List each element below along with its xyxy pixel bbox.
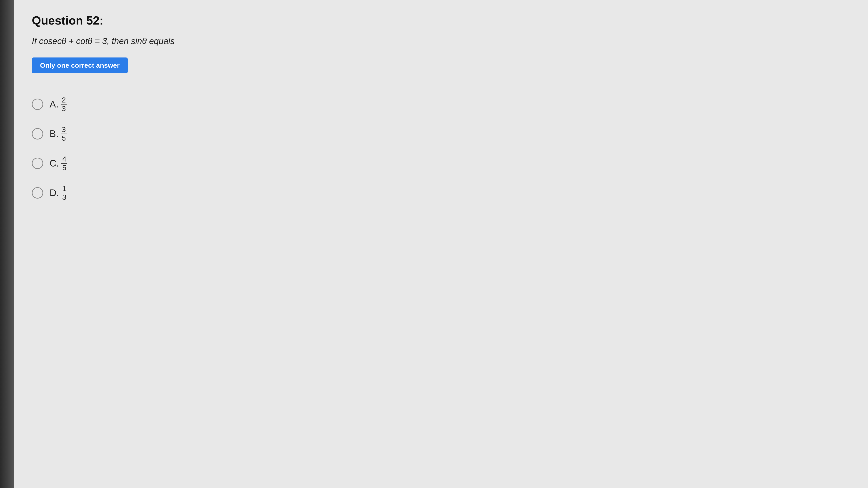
- question-title: Question 52:: [32, 13, 850, 27]
- fraction-denominator: 3: [61, 104, 67, 112]
- radio-a[interactable]: [32, 99, 43, 110]
- option-letter: A.: [50, 99, 59, 110]
- option-item-c[interactable]: C.45: [32, 155, 850, 171]
- left-bar: [0, 0, 13, 488]
- fraction-numerator: 1: [61, 185, 67, 193]
- option-fraction: 23: [61, 96, 67, 112]
- option-letter: D.: [50, 188, 59, 198]
- main-content: Question 52: If cosecθ + cotθ = 3, then …: [13, 0, 868, 488]
- option-fraction: 35: [61, 126, 67, 142]
- fraction-denominator: 5: [61, 134, 67, 142]
- question-text: If cosecθ + cotθ = 3, then sinθ equals: [32, 36, 850, 46]
- radio-b[interactable]: [32, 128, 43, 139]
- option-item-d[interactable]: D.13: [32, 185, 850, 201]
- option-label-d: D.13: [50, 185, 67, 201]
- fraction-denominator: 5: [61, 164, 67, 171]
- fraction-numerator: 2: [61, 96, 67, 104]
- radio-d[interactable]: [32, 187, 43, 199]
- option-label-a: A.23: [50, 96, 67, 112]
- radio-c[interactable]: [32, 158, 43, 169]
- option-item-a[interactable]: A.23: [32, 96, 850, 112]
- option-label-c: C.45: [50, 155, 67, 171]
- only-one-correct-badge: Only one correct answer: [32, 58, 128, 73]
- option-fraction: 13: [61, 185, 67, 201]
- fraction-denominator: 3: [61, 193, 67, 201]
- fraction-numerator: 4: [61, 155, 67, 164]
- option-letter: C.: [50, 158, 59, 169]
- option-letter: B.: [50, 128, 59, 139]
- options-list: A.23B.35C.45D.13: [32, 96, 850, 201]
- fraction-numerator: 3: [61, 126, 67, 134]
- option-item-b[interactable]: B.35: [32, 126, 850, 142]
- option-fraction: 45: [61, 155, 67, 171]
- option-label-b: B.35: [50, 126, 67, 142]
